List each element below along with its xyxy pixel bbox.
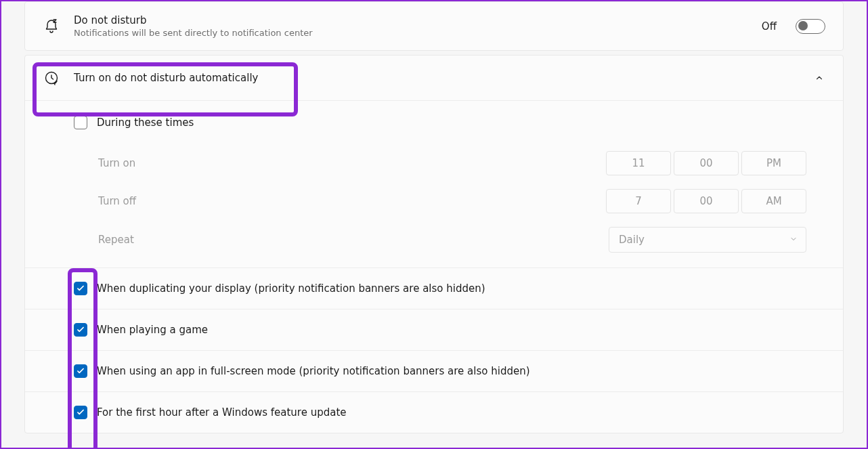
rule-checkbox-playing-game[interactable]: [74, 323, 87, 337]
bell-snooze-icon: [43, 18, 60, 35]
dnd-subtitle: Notifications will be sent directly to n…: [74, 28, 748, 38]
dnd-title: Do not disturb: [74, 14, 748, 26]
dnd-toggle[interactable]: [796, 19, 825, 34]
dnd-card: Do not disturb Notifications will be sen…: [24, 1, 844, 51]
turn-on-hour[interactable]: 11: [606, 151, 671, 175]
clock-refresh-icon: [43, 69, 60, 87]
chevron-up-icon: [813, 72, 825, 84]
rule-row: When using an app in full-screen mode (p…: [25, 350, 843, 391]
turn-on-ampm[interactable]: PM: [741, 151, 806, 175]
dnd-row: Do not disturb Notifications will be sen…: [25, 2, 843, 50]
turn-off-minute[interactable]: 00: [674, 189, 739, 213]
turn-off-row: Turn off 7 00 AM: [25, 182, 843, 220]
repeat-select[interactable]: Daily: [609, 227, 806, 253]
chevron-down-icon: [789, 234, 798, 246]
turn-off-hour[interactable]: 7: [606, 189, 671, 213]
during-times-label: During these times: [97, 116, 194, 129]
rule-row: When playing a game: [25, 309, 843, 350]
repeat-value: Daily: [619, 234, 645, 246]
rule-checkbox-fullscreen-app[interactable]: [74, 364, 87, 378]
turn-off-ampm[interactable]: AM: [741, 189, 806, 213]
dnd-auto-header[interactable]: Turn on do not disturb automatically: [25, 56, 843, 100]
dnd-auto-title: Turn on do not disturb automatically: [74, 72, 800, 84]
during-times-checkbox[interactable]: [74, 116, 87, 129]
rule-checkbox-duplicating-display[interactable]: [74, 282, 87, 295]
rule-label: When playing a game: [97, 324, 208, 336]
rule-label: When duplicating your display (priority …: [97, 282, 485, 295]
rule-label: When using an app in full-screen mode (p…: [97, 365, 530, 377]
repeat-row: Repeat Daily: [25, 220, 843, 268]
rule-checkbox-feature-update[interactable]: [74, 406, 87, 419]
turn-on-minute[interactable]: 00: [674, 151, 739, 175]
repeat-label: Repeat: [98, 234, 134, 246]
during-times-row: During these times: [25, 101, 843, 144]
rule-row: When duplicating your display (priority …: [25, 268, 843, 309]
rule-row: For the first hour after a Windows featu…: [25, 391, 843, 433]
turn-on-label: Turn on: [98, 157, 135, 169]
turn-on-row: Turn on 11 00 PM: [25, 144, 843, 182]
turn-off-label: Turn off: [98, 195, 136, 207]
rule-label: For the first hour after a Windows featu…: [97, 406, 347, 419]
dnd-state-label: Off: [762, 20, 777, 33]
dnd-auto-card: Turn on do not disturb automatically Dur…: [24, 55, 844, 433]
